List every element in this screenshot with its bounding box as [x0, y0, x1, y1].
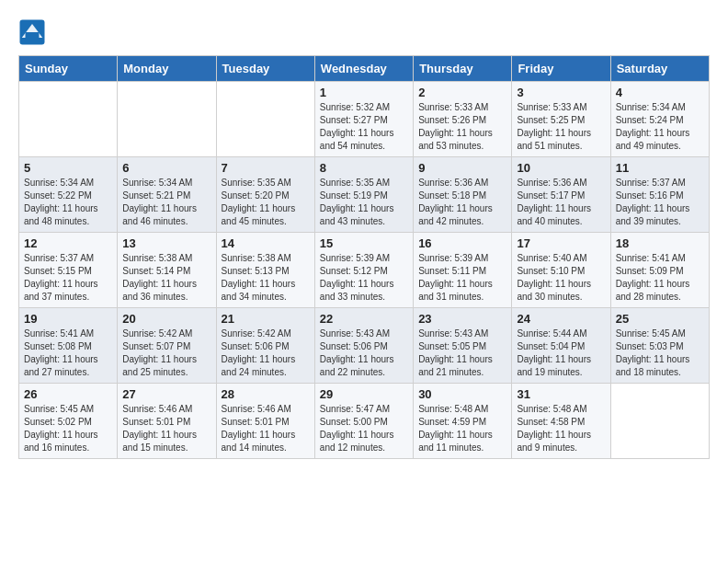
day-number: 13	[122, 236, 210, 250]
calendar-cell: 17Sunrise: 5:40 AM Sunset: 5:10 PM Dayli…	[512, 233, 610, 308]
calendar-cell: 7Sunrise: 5:35 AM Sunset: 5:20 PM Daylig…	[216, 157, 314, 233]
weekday-header-saturday: Saturday	[610, 56, 709, 82]
day-number: 3	[517, 86, 605, 99]
calendar-cell: 9Sunrise: 5:36 AM Sunset: 5:18 PM Daylig…	[414, 157, 512, 233]
weekday-header-tuesday: Tuesday	[216, 56, 314, 82]
day-info: Sunrise: 5:38 AM Sunset: 5:13 PM Dayligh…	[222, 252, 310, 304]
day-info: Sunrise: 5:41 AM Sunset: 5:09 PM Dayligh…	[616, 252, 704, 304]
day-info: Sunrise: 5:46 AM Sunset: 5:01 PM Dayligh…	[122, 403, 210, 454]
week-row-1: 5Sunrise: 5:34 AM Sunset: 5:22 PM Daylig…	[19, 157, 710, 233]
day-info: Sunrise: 5:47 AM Sunset: 5:00 PM Dayligh…	[320, 403, 408, 454]
week-row-2: 12Sunrise: 5:37 AM Sunset: 5:15 PM Dayli…	[19, 233, 710, 308]
calendar-cell: 6Sunrise: 5:34 AM Sunset: 5:21 PM Daylig…	[118, 157, 216, 233]
day-info: Sunrise: 5:37 AM Sunset: 5:15 PM Dayligh…	[24, 252, 112, 304]
logo	[18, 18, 50, 46]
day-info: Sunrise: 5:34 AM Sunset: 5:21 PM Dayligh…	[122, 177, 210, 228]
day-number: 2	[418, 86, 506, 99]
day-info: Sunrise: 5:43 AM Sunset: 5:06 PM Dayligh…	[320, 327, 408, 379]
calendar-cell: 20Sunrise: 5:42 AM Sunset: 5:07 PM Dayli…	[118, 308, 216, 384]
day-number: 20	[122, 312, 210, 326]
calendar-cell	[19, 82, 118, 157]
day-number: 24	[517, 312, 605, 326]
day-number: 18	[616, 236, 704, 250]
day-number: 22	[320, 312, 408, 326]
calendar-cell: 1Sunrise: 5:32 AM Sunset: 5:27 PM Daylig…	[314, 82, 413, 157]
day-number: 1	[320, 86, 408, 99]
day-number: 9	[418, 161, 506, 175]
calendar-cell: 28Sunrise: 5:46 AM Sunset: 5:01 PM Dayli…	[216, 384, 314, 459]
week-row-3: 19Sunrise: 5:41 AM Sunset: 5:08 PM Dayli…	[19, 308, 710, 384]
day-number: 8	[320, 161, 408, 175]
calendar-cell: 16Sunrise: 5:39 AM Sunset: 5:11 PM Dayli…	[414, 233, 512, 308]
day-number: 6	[122, 161, 210, 175]
calendar-cell: 4Sunrise: 5:34 AM Sunset: 5:24 PM Daylig…	[610, 82, 709, 157]
day-info: Sunrise: 5:41 AM Sunset: 5:08 PM Dayligh…	[24, 327, 112, 379]
day-number: 5	[24, 161, 112, 175]
calendar-cell: 27Sunrise: 5:46 AM Sunset: 5:01 PM Dayli…	[118, 384, 216, 459]
day-info: Sunrise: 5:45 AM Sunset: 5:03 PM Dayligh…	[616, 327, 704, 379]
calendar-cell: 10Sunrise: 5:36 AM Sunset: 5:17 PM Dayli…	[512, 157, 610, 233]
calendar-cell: 19Sunrise: 5:41 AM Sunset: 5:08 PM Dayli…	[19, 308, 118, 384]
calendar-cell: 23Sunrise: 5:43 AM Sunset: 5:05 PM Dayli…	[414, 308, 512, 384]
day-number: 16	[418, 236, 506, 250]
day-info: Sunrise: 5:34 AM Sunset: 5:22 PM Dayligh…	[24, 177, 112, 228]
weekday-header-wednesday: Wednesday	[314, 56, 413, 82]
calendar-cell: 22Sunrise: 5:43 AM Sunset: 5:06 PM Dayli…	[314, 308, 413, 384]
day-number: 21	[222, 312, 310, 326]
svg-rect-2	[26, 32, 40, 40]
day-number: 4	[616, 86, 704, 99]
day-info: Sunrise: 5:40 AM Sunset: 5:10 PM Dayligh…	[517, 252, 605, 304]
day-info: Sunrise: 5:42 AM Sunset: 5:07 PM Dayligh…	[122, 327, 210, 379]
calendar-cell: 26Sunrise: 5:45 AM Sunset: 5:02 PM Dayli…	[19, 384, 118, 459]
day-info: Sunrise: 5:35 AM Sunset: 5:20 PM Dayligh…	[222, 177, 310, 228]
day-number: 26	[24, 387, 112, 401]
calendar-cell: 29Sunrise: 5:47 AM Sunset: 5:00 PM Dayli…	[314, 384, 413, 459]
weekday-header-friday: Friday	[512, 56, 610, 82]
calendar-cell: 15Sunrise: 5:39 AM Sunset: 5:12 PM Dayli…	[314, 233, 413, 308]
day-number: 19	[24, 312, 112, 326]
calendar-cell	[216, 82, 314, 157]
calendar-cell: 5Sunrise: 5:34 AM Sunset: 5:22 PM Daylig…	[19, 157, 118, 233]
weekday-header-thursday: Thursday	[414, 56, 512, 82]
day-info: Sunrise: 5:46 AM Sunset: 5:01 PM Dayligh…	[222, 403, 310, 454]
day-info: Sunrise: 5:33 AM Sunset: 5:26 PM Dayligh…	[418, 101, 506, 153]
calendar-cell: 14Sunrise: 5:38 AM Sunset: 5:13 PM Dayli…	[216, 233, 314, 308]
day-info: Sunrise: 5:36 AM Sunset: 5:18 PM Dayligh…	[418, 177, 506, 228]
calendar-cell: 25Sunrise: 5:45 AM Sunset: 5:03 PM Dayli…	[610, 308, 709, 384]
page-header	[18, 18, 710, 46]
calendar-cell: 30Sunrise: 5:48 AM Sunset: 4:59 PM Dayli…	[414, 384, 512, 459]
day-info: Sunrise: 5:48 AM Sunset: 4:59 PM Dayligh…	[418, 403, 506, 454]
day-number: 31	[517, 387, 605, 401]
day-info: Sunrise: 5:44 AM Sunset: 5:04 PM Dayligh…	[517, 327, 605, 379]
calendar-cell	[610, 384, 709, 459]
calendar-cell: 18Sunrise: 5:41 AM Sunset: 5:09 PM Dayli…	[610, 233, 709, 308]
day-info: Sunrise: 5:48 AM Sunset: 4:58 PM Dayligh…	[517, 403, 605, 454]
weekday-header-sunday: Sunday	[19, 56, 118, 82]
day-info: Sunrise: 5:38 AM Sunset: 5:14 PM Dayligh…	[122, 252, 210, 304]
calendar-cell: 3Sunrise: 5:33 AM Sunset: 5:25 PM Daylig…	[512, 82, 610, 157]
day-number: 25	[616, 312, 704, 326]
calendar-cell: 11Sunrise: 5:37 AM Sunset: 5:16 PM Dayli…	[610, 157, 709, 233]
day-number: 7	[222, 161, 310, 175]
day-number: 14	[222, 236, 310, 250]
day-info: Sunrise: 5:39 AM Sunset: 5:11 PM Dayligh…	[418, 252, 506, 304]
week-row-0: 1Sunrise: 5:32 AM Sunset: 5:27 PM Daylig…	[19, 82, 710, 157]
day-info: Sunrise: 5:35 AM Sunset: 5:19 PM Dayligh…	[320, 177, 408, 228]
day-info: Sunrise: 5:33 AM Sunset: 5:25 PM Dayligh…	[517, 101, 605, 153]
day-info: Sunrise: 5:34 AM Sunset: 5:24 PM Dayligh…	[616, 101, 704, 153]
day-number: 29	[320, 387, 408, 401]
day-number: 12	[24, 236, 112, 250]
day-info: Sunrise: 5:43 AM Sunset: 5:05 PM Dayligh…	[418, 327, 506, 379]
day-number: 10	[517, 161, 605, 175]
calendar-cell: 8Sunrise: 5:35 AM Sunset: 5:19 PM Daylig…	[314, 157, 413, 233]
weekday-header-monday: Monday	[118, 56, 216, 82]
day-number: 23	[418, 312, 506, 326]
calendar-cell: 21Sunrise: 5:42 AM Sunset: 5:06 PM Dayli…	[216, 308, 314, 384]
calendar-cell: 12Sunrise: 5:37 AM Sunset: 5:15 PM Dayli…	[19, 233, 118, 308]
calendar-cell: 13Sunrise: 5:38 AM Sunset: 5:14 PM Dayli…	[118, 233, 216, 308]
day-info: Sunrise: 5:42 AM Sunset: 5:06 PM Dayligh…	[222, 327, 310, 379]
day-number: 30	[418, 387, 506, 401]
calendar-cell: 2Sunrise: 5:33 AM Sunset: 5:26 PM Daylig…	[414, 82, 512, 157]
day-info: Sunrise: 5:36 AM Sunset: 5:17 PM Dayligh…	[517, 177, 605, 228]
day-number: 27	[122, 387, 210, 401]
